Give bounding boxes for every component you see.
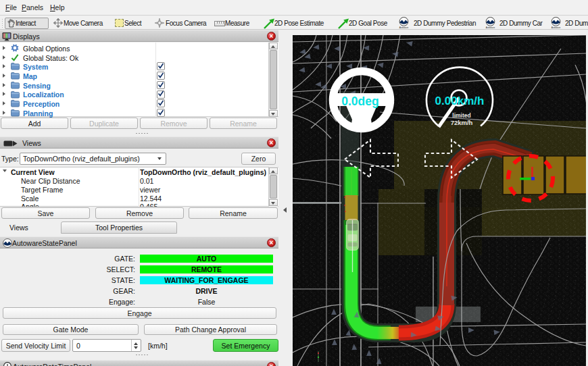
svg-text:Autoware: Autoware: [552, 26, 561, 28]
svg-text:Autoware: Autoware: [399, 26, 409, 28]
svg-text:72km/h: 72km/h: [451, 119, 473, 126]
svg-text:0.00km/h: 0.00km/h: [435, 95, 485, 107]
svg-text:0.0deg: 0.0deg: [341, 95, 378, 108]
svg-text:limited: limited: [452, 112, 470, 119]
svg-text:Autoware: Autoware: [486, 26, 495, 28]
